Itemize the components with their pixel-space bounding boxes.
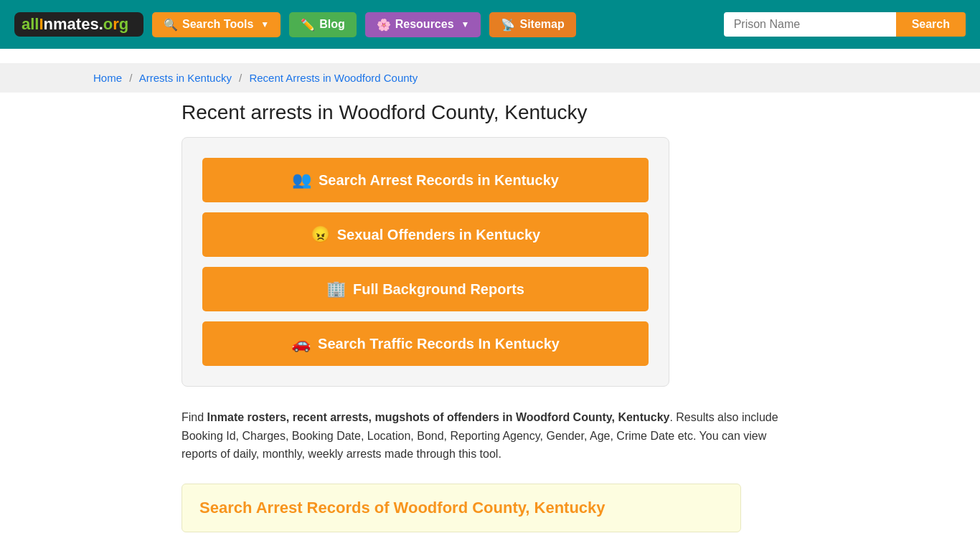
logo-text: allInmates.org — [22, 15, 128, 34]
sexual-offenders-button[interactable]: 😠 Sexual Offenders in Kentucky — [202, 212, 649, 257]
car-icon: 🚗 — [291, 334, 311, 353]
sitemap-label: Sitemap — [519, 18, 564, 31]
bottom-section: Search Arrest Records of Woodford County… — [182, 484, 741, 532]
chevron-down-icon: ▼ — [260, 19, 269, 29]
resources-button[interactable]: 🌸 Resources ▼ — [365, 12, 481, 37]
arrest-records-button[interactable]: 👥 Search Arrest Records in Kentucky — [202, 158, 649, 202]
search-button-label: Search — [912, 18, 950, 30]
prison-search-button[interactable]: Search — [896, 12, 966, 37]
sitemap-button[interactable]: 📡 Sitemap — [489, 12, 575, 37]
desc-bold: Inmate rosters, recent arrests, mugshots… — [207, 411, 670, 423]
building-icon: 🏢 — [326, 280, 346, 298]
breadcrumb-bar: Home / Arrests in Kentucky / Recent Arre… — [0, 63, 980, 93]
page-title: Recent arrests in Woodford County, Kentu… — [182, 101, 798, 124]
offender-icon: 😠 — [311, 225, 330, 244]
breadcrumb-arrests-kentucky[interactable]: Arrests in Kentucky — [139, 72, 232, 84]
prison-search-input[interactable] — [724, 12, 896, 37]
background-reports-label: Full Background Reports — [353, 281, 524, 298]
site-header: allInmates.org 🔍 Search Tools ▼ ✏️ Blog … — [0, 0, 980, 49]
chevron-down-icon-2: ▼ — [461, 19, 470, 29]
description-paragraph: Find Inmate rosters, recent arrests, mug… — [182, 408, 798, 463]
blog-button[interactable]: ✏️ Blog — [289, 12, 357, 37]
breadcrumb-sep-2: / — [239, 72, 242, 84]
breadcrumb-home[interactable]: Home — [93, 72, 122, 84]
traffic-records-label: Search Traffic Records In Kentucky — [318, 336, 560, 352]
action-button-box: 👥 Search Arrest Records in Kentucky 😠 Se… — [182, 137, 669, 387]
main-content: Recent arrests in Woodford County, Kentu… — [167, 101, 813, 551]
search-tools-button[interactable]: 🔍 Search Tools ▼ — [152, 12, 281, 37]
people-icon: 👥 — [292, 171, 311, 189]
sexual-offenders-label: Sexual Offenders in Kentucky — [337, 227, 540, 243]
resources-icon: 🌸 — [377, 18, 391, 32]
search-tools-icon: 🔍 — [164, 18, 178, 32]
desc-prefix: Find — [182, 411, 207, 423]
traffic-records-button[interactable]: 🚗 Search Traffic Records In Kentucky — [202, 321, 649, 366]
breadcrumb-current: Recent Arrests in Woodford County — [249, 72, 418, 84]
site-logo[interactable]: allInmates.org — [14, 12, 143, 37]
breadcrumb: Home / Arrests in Kentucky / Recent Arre… — [93, 72, 887, 84]
sitemap-icon: 📡 — [501, 18, 515, 32]
bottom-heading: Search Arrest Records of Woodford County… — [199, 499, 723, 517]
blog-icon: ✏️ — [301, 18, 315, 32]
background-reports-button[interactable]: 🏢 Full Background Reports — [202, 267, 649, 311]
header-search: Search — [724, 12, 966, 37]
breadcrumb-sep-1: / — [129, 72, 132, 84]
arrest-records-label: Search Arrest Records in Kentucky — [319, 172, 559, 189]
blog-label: Blog — [319, 18, 345, 31]
resources-label: Resources — [395, 18, 454, 31]
search-tools-label: Search Tools — [182, 18, 253, 31]
